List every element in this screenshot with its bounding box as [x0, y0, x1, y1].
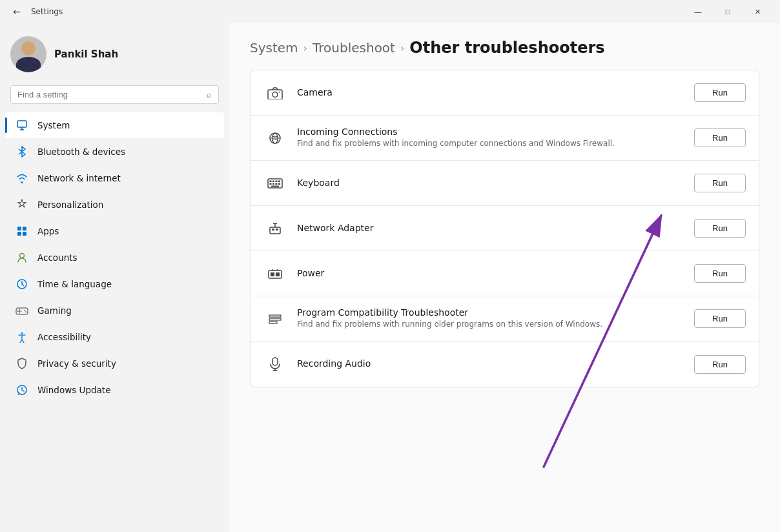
list-item-compatibility: Program Compatibility Troubleshooter Fin… [251, 296, 759, 342]
search-container: ⌕ [0, 85, 229, 112]
sidebar-label-system: System [37, 120, 70, 130]
sidebar-item-update[interactable]: Windows Update [5, 377, 224, 403]
search-icon: ⌕ [207, 90, 212, 99]
sidebar-label-accessibility: Accessibility [37, 332, 91, 342]
window-controls: — □ ✕ [683, 0, 772, 23]
privacy-icon [15, 357, 28, 370]
sidebar-item-gaming[interactable]: Gaming [5, 298, 224, 323]
sidebar-label-time: Time & language [37, 279, 112, 289]
svg-rect-38 [276, 272, 280, 276]
sidebar-label-network: Network & internet [37, 173, 121, 183]
search-input[interactable] [17, 90, 201, 99]
list-item-network: Network Adapter Run [251, 206, 759, 251]
network-title: Network Adapter [297, 223, 684, 233]
time-icon [15, 278, 28, 291]
svg-rect-26 [270, 183, 272, 185]
accessibility-icon [15, 331, 28, 343]
network-icon [15, 172, 28, 185]
app-title: Settings [31, 7, 63, 16]
content-area: System › Troubleshoot › Other troublesho… [229, 23, 780, 532]
svg-point-12 [24, 310, 25, 311]
avatar [10, 36, 46, 72]
sidebar-item-personalization[interactable]: Personalization [5, 192, 224, 218]
power-text: Power [297, 268, 684, 280]
keyboard-icon [263, 172, 287, 195]
svg-rect-32 [272, 229, 274, 230]
compatibility-text: Program Compatibility Troubleshooter Fin… [297, 307, 684, 330]
breadcrumb-sep-1: › [303, 42, 307, 54]
svg-rect-33 [276, 229, 278, 230]
titlebar: ← Settings — □ ✕ [0, 0, 780, 23]
camera-title: Camera [297, 87, 684, 97]
svg-rect-23 [272, 180, 274, 182]
system-icon [15, 119, 28, 132]
svg-point-7 [20, 254, 25, 258]
svg-rect-0 [17, 121, 26, 127]
sidebar-item-apps[interactable]: Apps [5, 218, 224, 244]
list-item-camera: Camera Run [251, 70, 759, 116]
svg-point-17 [279, 91, 280, 92]
incoming-run-button[interactable]: Run [694, 128, 746, 147]
svg-rect-5 [17, 232, 21, 236]
audio-run-button[interactable]: Run [694, 355, 746, 374]
maximize-button[interactable]: □ [713, 0, 743, 23]
list-item-keyboard: Keyboard Run [251, 161, 759, 206]
breadcrumb-system[interactable]: System [250, 40, 298, 56]
user-name: Pankil Shah [54, 48, 118, 60]
svg-rect-24 [276, 180, 278, 182]
breadcrumb-current: Other troubleshooters [409, 39, 604, 57]
camera-run-button[interactable]: Run [694, 83, 746, 102]
audio-icon [263, 353, 287, 376]
svg-rect-22 [270, 180, 272, 182]
sidebar-label-bluetooth: Bluetooth & devices [37, 147, 125, 157]
svg-rect-43 [269, 322, 277, 323]
sidebar-item-system[interactable]: System [5, 112, 224, 138]
sidebar-item-accessibility[interactable]: Accessibility [5, 324, 224, 350]
sidebar-item-privacy[interactable]: Privacy & security [5, 351, 224, 376]
sidebar-item-time[interactable]: Time & language [5, 271, 224, 297]
back-button[interactable]: ← [8, 3, 26, 21]
svg-rect-27 [272, 183, 274, 185]
network-run-button[interactable]: Run [694, 219, 746, 238]
close-button[interactable]: ✕ [743, 0, 772, 23]
sidebar-label-apps: Apps [37, 226, 59, 236]
compatibility-desc: Find and fix problems with running older… [297, 319, 684, 330]
sidebar-label-update: Windows Update [37, 385, 110, 395]
list-item-incoming: Incoming Connections Find and fix proble… [251, 116, 759, 161]
audio-text: Recording Audio [297, 358, 684, 370]
incoming-desc: Find and fix problems with incoming comp… [297, 138, 684, 149]
sidebar-item-bluetooth[interactable]: Bluetooth & devices [5, 139, 224, 165]
audio-title: Recording Audio [297, 358, 684, 369]
svg-point-14 [21, 332, 23, 334]
back-icon: ← [13, 6, 21, 17]
sidebar-label-gaming: Gaming [37, 305, 72, 316]
svg-rect-31 [270, 227, 280, 234]
minimize-button[interactable]: — [683, 0, 713, 23]
power-run-button[interactable]: Run [694, 264, 746, 283]
network-text: Network Adapter [297, 223, 684, 234]
breadcrumb: System › Troubleshoot › Other troublesho… [250, 39, 759, 57]
sidebar-item-accounts[interactable]: Accounts [5, 245, 224, 271]
keyboard-title: Keyboard [297, 178, 684, 188]
svg-rect-6 [23, 232, 26, 236]
list-item-power: Power Run [251, 251, 759, 296]
user-profile: Pankil Shah [0, 28, 229, 85]
nav-menu: System Bluetooth & devices [0, 112, 229, 404]
compatibility-icon [263, 307, 287, 331]
compatibility-run-button[interactable]: Run [694, 309, 746, 328]
breadcrumb-sep-2: › [400, 42, 404, 54]
keyboard-run-button[interactable]: Run [694, 174, 746, 192]
camera-icon [263, 81, 287, 105]
svg-rect-29 [278, 183, 280, 185]
svg-point-16 [272, 92, 278, 97]
sidebar-item-network[interactable]: Network & internet [5, 165, 224, 191]
svg-rect-37 [271, 272, 274, 276]
incoming-icon [263, 127, 287, 150]
sidebar-label-personalization: Personalization [37, 200, 103, 210]
incoming-title: Incoming Connections [297, 127, 684, 137]
sidebar-label-privacy: Privacy & security [37, 358, 116, 369]
breadcrumb-troubleshoot[interactable]: Troubleshoot [313, 40, 395, 56]
compatibility-title: Program Compatibility Troubleshooter [297, 307, 684, 318]
bluetooth-icon [15, 145, 28, 158]
list-item-audio: Recording Audio Run [251, 342, 759, 387]
